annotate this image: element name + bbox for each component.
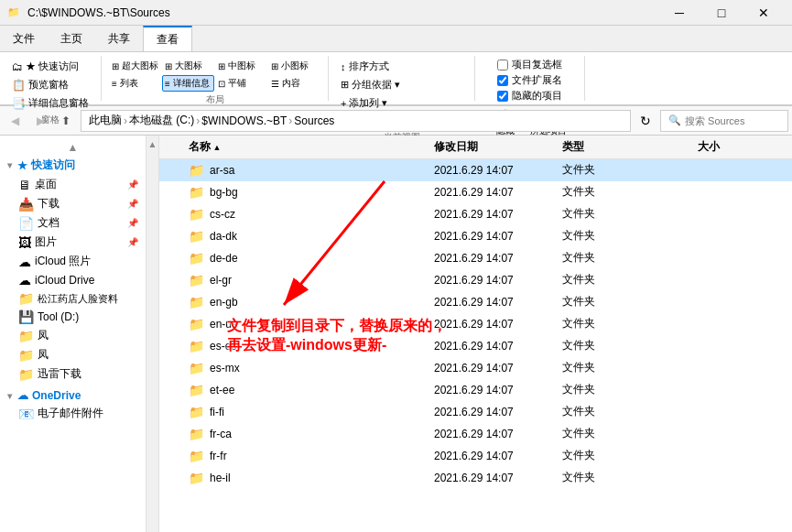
file-row-el-gr[interactable]: 📁el-gr 2021.6.29 14:07 文件夹 <box>159 269 792 291</box>
col-header-name[interactable]: 名称 <box>159 139 434 155</box>
sidebar-item-feng2[interactable]: 📁 凤 <box>0 345 146 364</box>
date-ar-sa: 2021.6.29 14:07 <box>434 164 562 177</box>
tab-view[interactable]: 查看 <box>143 26 192 51</box>
filename-fr-fr: fr-fr <box>210 450 227 462</box>
sidebar-scroll-up[interactable]: ▲ <box>0 139 146 156</box>
minimize-button[interactable]: ─ <box>658 0 700 26</box>
date-de-de: 2021.6.29 14:07 <box>434 252 562 265</box>
file-row-fi-fi[interactable]: 📁fi-fi 2021.6.29 14:07 文件夹 <box>159 401 792 423</box>
group-by-btn[interactable]: ⊞分组依据 ▾ <box>336 76 405 93</box>
sidebar-item-pharmacy[interactable]: 📁 松江药店人脸资料 <box>0 289 146 308</box>
sidebar-item-documents[interactable]: 📄 文档 📌 <box>0 213 146 233</box>
downloads-icon: 📥 <box>18 197 34 212</box>
sidebar-item-downloads[interactable]: 📥 下载 📌 <box>0 194 146 213</box>
file-row-da-dk[interactable]: 📁da-dk 2021.6.29 14:07 文件夹 <box>159 225 792 247</box>
type-fr-ca: 文件夹 <box>562 426 654 441</box>
file-row-es-mx[interactable]: 📁es-mx 2021.6.29 14:07 文件夹 <box>159 357 792 379</box>
file-ext-input[interactable] <box>497 75 508 86</box>
maximize-button[interactable]: □ <box>700 0 743 26</box>
ribbon: 文件 主页 共享 查看 🗂 ★ 快速访问 📋 预览窗格 📑 详细信息窗格 <box>0 26 792 106</box>
folder-icon-en-us: 📁 <box>189 317 204 331</box>
desktop-icon: 🖥 <box>18 178 31 192</box>
type-da-dk: 文件夹 <box>562 228 654 244</box>
file-row-es-es[interactable]: 📁es-es 2021.6.29 14:07 文件夹 <box>159 335 792 357</box>
sidebar-item-desktop[interactable]: 🖥 桌面 📌 <box>0 175 146 194</box>
large-icon-btn[interactable]: ⊞大图标 <box>162 58 214 74</box>
list-btn[interactable]: ≡列表 <box>109 75 161 92</box>
small-icon-btn[interactable]: ⊞小图标 <box>268 58 320 74</box>
date-fi-fi: 2021.6.29 14:07 <box>434 406 562 418</box>
filename-en-gb: en-gb <box>210 296 238 309</box>
type-he-il: 文件夹 <box>562 470 654 485</box>
tab-home[interactable]: 主页 <box>48 26 95 51</box>
window-icon: 📁 <box>7 6 20 18</box>
file-row-fr-ca[interactable]: 📁fr-ca 2021.6.29 14:07 文件夹 <box>159 423 792 445</box>
medium-icon-btn[interactable]: ⊞中图标 <box>215 58 267 74</box>
file-row-en-us[interactable]: 📁en-us 2021.6.29 14:07 文件夹 <box>159 313 792 335</box>
downloads-pin-icon: 📌 <box>127 199 138 209</box>
file-row-he-il[interactable]: 📁he-il 2021.6.29 14:07 文件夹 <box>159 467 792 489</box>
refresh-button[interactable]: ↻ <box>635 110 656 132</box>
col-header-type[interactable]: 类型 <box>562 139 654 155</box>
hidden-items-input[interactable] <box>497 91 508 102</box>
folder-icon-el-gr: 📁 <box>189 273 204 288</box>
quick-access-icon: ★ <box>17 159 27 172</box>
xlarge-icon-btn[interactable]: ⊞超大图标 <box>109 58 161 74</box>
type-fi-fi: 文件夹 <box>562 404 654 419</box>
folder-icon-de-de: 📁 <box>189 251 204 266</box>
date-fr-fr: 2021.6.29 14:07 <box>434 450 562 462</box>
sidebar-item-icloud-photos[interactable]: ☁ iCloud 照片 <box>0 252 146 271</box>
search-box: 🔍 <box>660 110 788 132</box>
forward-button[interactable]: ▶ <box>29 110 51 132</box>
col-header-date[interactable]: 修改日期 <box>434 139 562 155</box>
feng1-label: 凤 <box>38 328 49 343</box>
tool-d-icon: 💾 <box>18 309 34 324</box>
close-button[interactable]: ✕ <box>743 0 785 26</box>
preview-pane-btn[interactable]: 📋 预览窗格 <box>7 76 73 93</box>
path-sep-2: › <box>196 114 200 127</box>
address-path[interactable]: 此电脑 › 本地磁盘 (C:) › $WINDOWS.~BT › Sources <box>81 110 631 132</box>
file-row-cs-cz[interactable]: 📁cs-cz 2021.6.29 14:07 文件夹 <box>159 203 792 225</box>
quick-access-arrow: ▾ <box>7 160 12 170</box>
date-en-gb: 2021.6.29 14:07 <box>434 296 562 309</box>
sidebar-item-tool-d[interactable]: 💾 Tool (D:) <box>0 308 146 326</box>
item-checkbox-option[interactable]: 项目复选框 <box>497 58 562 71</box>
nav-pane-btn[interactable]: 🗂 ★ 快速访问 <box>7 58 83 75</box>
sidebar-item-feng1[interactable]: 📁 凤 <box>0 326 146 345</box>
hidden-items-option[interactable]: 隐藏的项目 <box>497 89 562 103</box>
tab-file[interactable]: 文件 <box>0 26 48 51</box>
file-row-de-de[interactable]: 📁de-de 2021.6.29 14:07 文件夹 <box>159 247 792 269</box>
filename-es-mx: es-mx <box>210 362 240 375</box>
tab-share[interactable]: 共享 <box>95 26 143 51</box>
file-ext-option[interactable]: 文件扩展名 <box>497 73 562 87</box>
sidebar-item-email-attachments[interactable]: 📧 电子邮件附件 <box>0 404 146 423</box>
sort-by-btn[interactable]: ↕排序方式 <box>336 58 394 75</box>
pictures-label: 图片 <box>35 234 57 250</box>
file-row-en-gb[interactable]: 📁en-gb 2021.6.29 14:07 文件夹 <box>159 291 792 313</box>
col-header-size[interactable]: 大小 <box>654 139 727 155</box>
file-row-bg-bg[interactable]: 📁bg-bg 2021.6.29 14:07 文件夹 <box>159 181 792 203</box>
folder-icon-fi-fi: 📁 <box>189 405 204 419</box>
search-input[interactable] <box>685 115 780 126</box>
file-row-fr-fr[interactable]: 📁fr-fr 2021.6.29 14:07 文件夹 <box>159 445 792 467</box>
item-checkbox-input[interactable] <box>497 60 508 71</box>
up-button[interactable]: ⬆ <box>55 110 77 132</box>
back-button[interactable]: ◀ <box>4 110 26 132</box>
sidebar-scroll-bar[interactable]: ▲ <box>146 136 159 532</box>
sidebar-quick-access[interactable]: ▾ ★ 快速访问 <box>0 156 146 175</box>
sidebar-onedrive[interactable]: ▾ ☁ OneDrive <box>0 387 146 404</box>
date-es-es: 2021.6.29 14:07 <box>434 340 562 353</box>
title-bar-controls: ─ □ ✕ <box>658 0 785 26</box>
sidebar-item-pictures[interactable]: 🖼 图片 📌 <box>0 233 146 252</box>
content-btn[interactable]: ☰内容 <box>268 75 320 92</box>
icloud-photos-icon: ☁ <box>18 255 31 269</box>
file-row-ar-sa[interactable]: 📁ar-sa 2021.6.29 14:07 文件夹 <box>159 159 792 181</box>
sidebar-item-icloud-drive[interactable]: ☁ iCloud Drive <box>0 271 146 289</box>
sidebar-item-xunlei[interactable]: 📁 迅雷下载 <box>0 364 146 384</box>
tile-btn[interactable]: ⊡平铺 <box>215 75 267 92</box>
folder-icon-da-dk: 📁 <box>189 229 204 244</box>
type-en-us: 文件夹 <box>562 316 654 331</box>
details-btn[interactable]: ≡详细信息 <box>162 75 214 92</box>
address-bar: ◀ ▶ ⬆ 此电脑 › 本地磁盘 (C:) › $WINDOWS.~BT › S… <box>0 106 792 136</box>
file-row-et-ee[interactable]: 📁et-ee 2021.6.29 14:07 文件夹 <box>159 379 792 401</box>
